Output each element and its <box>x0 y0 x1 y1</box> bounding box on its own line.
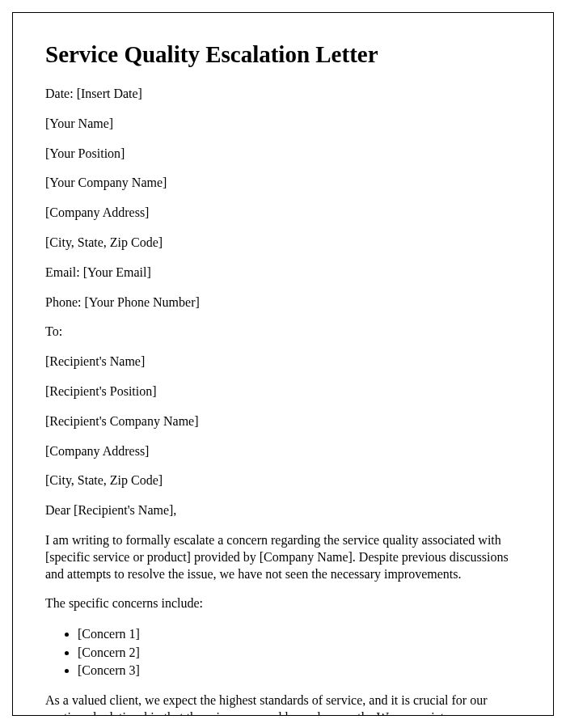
recipient-company: [Recipient's Company Name] <box>45 413 521 430</box>
sender-date: Date: [Insert Date] <box>45 86 521 103</box>
recipient-city: [City, State, Zip Code] <box>45 472 521 489</box>
concern-item: [Concern 3] <box>78 662 521 679</box>
concern-item: [Concern 2] <box>78 644 521 662</box>
sender-name: [Your Name] <box>45 116 521 133</box>
sender-company: [Your Company Name] <box>45 175 521 192</box>
to-label: To: <box>45 324 521 341</box>
body-paragraph-2: As a valued client, we expect the highes… <box>45 692 521 716</box>
body-paragraph-1: I am writing to formally escalate a conc… <box>45 532 521 582</box>
sender-phone: Phone: [Your Phone Number] <box>45 294 521 311</box>
recipient-name: [Recipient's Name] <box>45 353 521 370</box>
sender-position: [Your Position] <box>45 146 521 163</box>
recipient-address: [Company Address] <box>45 443 521 460</box>
sender-email: Email: [Your Email] <box>45 265 521 281</box>
salutation: Dear [Recipient's Name], <box>45 502 521 519</box>
sender-address: [Company Address] <box>45 205 521 222</box>
document-title: Service Quality Escalation Letter <box>45 41 521 68</box>
concerns-intro: The specific concerns include: <box>45 595 521 612</box>
concern-item: [Concern 1] <box>78 625 521 643</box>
sender-city: [City, State, Zip Code] <box>45 235 521 252</box>
document-page: Service Quality Escalation Letter Date: … <box>12 12 554 716</box>
concerns-list: [Concern 1] [Concern 2] [Concern 3] <box>78 625 521 679</box>
recipient-position: [Recipient's Position] <box>45 383 521 400</box>
